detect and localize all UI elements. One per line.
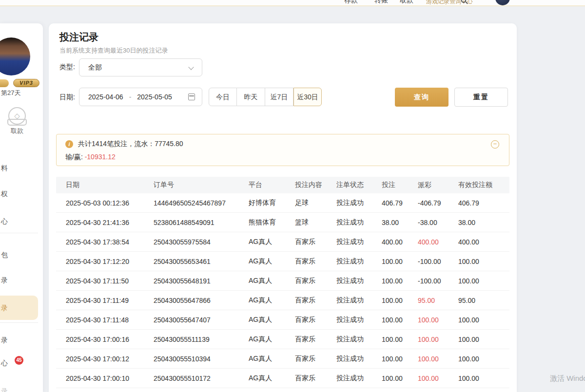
sidebar-item[interactable]: 包 [1,250,8,260]
table-row: 2025-04-30 17:38:54250430055975584AG真人百家… [56,232,509,252]
column-header: 投注内容 [295,181,336,189]
nav-withdraw-link[interactable]: 取款 [400,0,413,5]
cell-bet-amount: 100.00 [382,258,418,265]
cell-status: 投注成功 [336,277,382,285]
table-row: 2025-04-30 17:12:20250430055653461AG真人百家… [56,252,509,271]
notification-badge: 45 [15,356,23,365]
cell-payout: 100.00 [418,336,458,343]
cell-status: 投注成功 [336,374,382,383]
sidebar-item[interactable]: 心45 [1,358,8,368]
nav-transfer-link[interactable]: 转账 [374,0,388,5]
cell-bet-content: 百家乐 [295,238,336,246]
cell-bet-content: 百家乐 [295,257,336,266]
page-title: 投注记录 [59,31,98,44]
quick-date-button[interactable]: 近7日 [265,88,293,106]
cell-payout: 400.00 [418,238,458,246]
cell-valid-bet: 100.00 [458,277,509,285]
cell-date: 2025-04-30 17:12:20 [56,258,154,265]
search-button[interactable]: 查询 [395,88,448,107]
cell-bet-amount: 100.00 [382,355,418,363]
type-select[interactable]: 全部 [79,58,202,76]
sidebar-item[interactable]: 心 [1,216,8,226]
date-range-input[interactable]: 2025-04-06 - 2025-05-05 [79,88,202,106]
table-row: 2025-05-03 00:12:361446496505245467897好博… [56,193,509,213]
cell-payout: -100.00 [418,258,458,265]
cell-payout: -38.00 [418,219,458,226]
betting-records-card: 投注记录 当前系统支持查询最近30日的投注记录 类型: 全部 日期: 2025-… [49,23,517,392]
cell-date: 2025-05-03 00:12:36 [56,199,154,207]
quick-date-button[interactable]: 今日 [209,88,237,106]
table-row: 2025-04-30 17:00:12250430055510394AG真人百家… [56,349,509,369]
table-row: 2025-04-30 17:00:16250430055511139AG真人百家… [56,330,509,349]
nav-deposit-link[interactable]: 存款 [344,0,358,5]
cell-bet-content: 百家乐 [295,355,336,363]
sidebar: VIP3 第27天 ◇ 取款 料权心包录录录心45录 [0,23,43,392]
cell-platform: AG真人 [249,296,295,305]
date-start-value: 2025-04-06 [88,93,123,101]
summary-total-text: 共计1414笔投注，流水：77745.80 [78,140,183,149]
sidebar-divider [0,322,38,323]
sidebar-item[interactable]: 录 [1,335,8,345]
sidebar-item[interactable]: 权 [1,189,8,199]
quick-date-button[interactable]: 昨天 [237,88,265,106]
cell-bet-amount: 100.00 [382,277,418,285]
search-icon[interactable] [461,0,466,3]
column-header: 派彩 [418,181,458,189]
date-separator: - [129,93,132,101]
cell-order-no: 5238061488549091 [154,219,249,226]
quick-date-button-active[interactable]: 近30日 [293,88,322,106]
type-filter-label: 类型: [59,63,75,72]
collapse-icon[interactable]: − [491,140,499,149]
table-row: 2025-04-30 17:00:10250430055510172AG真人百家… [56,369,509,388]
cell-payout: -406.79 [418,199,458,207]
cell-order-no: 250430055653461 [154,258,249,265]
winloss-amount: -10931.12 [85,153,116,161]
cell-valid-bet: 95.00 [458,297,509,304]
cell-platform: AG真人 [249,316,295,324]
reset-button[interactable]: 重置 [454,88,508,107]
column-header: 平台 [249,181,295,189]
calendar-icon[interactable] [188,93,195,100]
sidebar-item[interactable]: 录 [1,386,8,392]
cell-status: 投注成功 [336,218,382,227]
cell-bet-amount: 38.00 [382,219,418,226]
records-table: 日期订单号平台投注内容注单状态投注派彩有效投注额 2025-05-03 00:1… [56,177,509,388]
cell-valid-bet: 38.00 [458,219,509,226]
cell-bet-amount: 100.00 [382,316,418,324]
cell-date: 2025-04-30 21:41:36 [56,219,154,226]
cell-date: 2025-04-30 17:00:10 [56,374,154,382]
page-subtitle: 当前系统支持查询最近30日的投注记录 [59,46,168,55]
betting-records-page: { "topnav": { "links": ["存款", "转账", "取款"… [0,0,585,392]
cell-valid-bet: 100.00 [458,258,509,265]
cell-valid-bet: 100.00 [458,336,509,343]
diamond-withdraw-icon[interactable]: ◇ [8,107,26,125]
cell-order-no: 250430055647866 [154,297,249,304]
windows-activation-watermark: 激活 Windows [550,374,585,383]
cell-payout: -100.00 [418,277,458,285]
cell-status: 投注成功 [336,257,382,266]
cell-valid-bet: 100.00 [458,374,509,382]
cell-date: 2025-04-30 17:38:54 [56,238,154,246]
cell-valid-bet: 406.79 [458,199,509,207]
sidebar-divider [0,233,38,233]
cell-order-no: 250430055510394 [154,355,249,363]
cell-bet-content: 篮球 [295,218,336,227]
cell-valid-bet: 100.00 [458,355,509,363]
cell-bet-content: 百家乐 [295,316,336,324]
user-avatar-small[interactable] [495,0,510,5]
cell-bet-amount: 400.00 [382,238,418,246]
sidebar-item-active[interactable]: 录 [1,303,8,313]
info-icon: i [65,140,73,148]
winloss-label: 输/赢: [65,153,83,161]
cell-bet-amount: 100.00 [382,374,418,382]
sidebar-item[interactable]: 料 [1,163,8,173]
cell-platform: 熊猫体育 [249,218,295,227]
user-avatar[interactable] [0,37,30,75]
cell-platform: 好博体育 [249,199,295,207]
withdraw-label[interactable]: 取款 [11,127,23,135]
cell-date: 2025-04-30 17:11:48 [56,316,154,324]
cell-order-no: 250430055510172 [154,374,249,382]
cell-status: 投注成功 [336,355,382,363]
sidebar-item[interactable]: 录 [1,275,8,285]
table-row: 2025-04-30 17:11:50250430055648191AG真人百家… [56,271,509,291]
